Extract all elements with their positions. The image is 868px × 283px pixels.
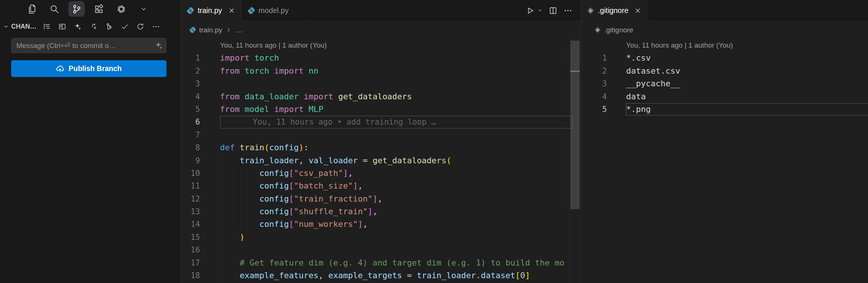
code-line-6[interactable]: 6You, 11 hours ago • add training loop … [181, 116, 580, 128]
run-icon[interactable] [526, 6, 534, 15]
blame-annotation[interactable]: You, 11 hours ago | 1 author (You) [181, 39, 580, 52]
activity-source-control[interactable] [68, 1, 85, 17]
line-number: 3 [181, 77, 200, 90]
commit-graph-icon[interactable] [105, 23, 113, 30]
line-number: 5 [181, 103, 200, 116]
breadcrumb-item[interactable]: .gitignore [604, 26, 633, 34]
activity-files[interactable] [24, 1, 40, 17]
sparkle-icon[interactable] [74, 23, 82, 30]
line-content: def train(config): [220, 141, 308, 154]
more-actions-icon[interactable] [152, 23, 160, 30]
refresh-icon[interactable] [136, 23, 144, 30]
line-content: # Get feature dim (e.g. 4) and target di… [220, 257, 564, 269]
line-number: 6 [181, 116, 200, 128]
line-content: from torch import nn [220, 65, 318, 77]
code-line-8[interactable]: 8def train(config): [181, 141, 580, 154]
line-content: config["csv_path"], [220, 167, 353, 180]
activity-search[interactable] [46, 1, 62, 17]
git-icon [587, 7, 595, 15]
commit-message-input[interactable] [11, 38, 166, 53]
code-editor[interactable]: You, 11 hours ago | 1 author (You) 1*.cs… [581, 39, 868, 116]
tab-bar: train.pymodel.py [181, 0, 580, 21]
line-content: data [626, 90, 646, 103]
blame-annotation[interactable]: You, 11 hours ago | 1 author (You) [581, 39, 868, 52]
code-line-3[interactable]: 3__pycache__ [581, 77, 868, 90]
python-icon [189, 26, 196, 33]
breadcrumb-item[interactable]: train.py [199, 26, 222, 34]
overview-ruler-marker [570, 71, 580, 72]
more-actions-icon[interactable] [564, 6, 572, 15]
line-number: 2 [181, 65, 200, 77]
close-icon[interactable] [228, 7, 235, 14]
commit-check-icon[interactable] [121, 23, 129, 30]
tab--gitignore[interactable]: .gitignore [581, 0, 648, 21]
code-line-1[interactable]: 1import torch [181, 52, 580, 64]
tab-model-py[interactable]: model.py [242, 0, 308, 21]
sparkle-icon[interactable] [155, 41, 163, 50]
code-line-4[interactable]: 4data [581, 90, 868, 103]
tabs: train.pymodel.py [181, 0, 308, 21]
close-icon[interactable] [634, 7, 641, 14]
code-line-17[interactable]: 17 # Get feature dim (e.g. 4) and target… [181, 257, 580, 269]
code-line-2[interactable]: 2from torch import nn [181, 65, 580, 77]
code-line-18[interactable]: 18 example_features, example_targets = t… [181, 269, 580, 282]
line-content: from data_loader import get_dataloaders [220, 90, 412, 103]
inline-blame: You, 11 hours ago • add training loop … [220, 118, 436, 126]
code-editor[interactable]: You, 11 hours ago | 1 author (You) 1impo… [181, 39, 580, 282]
tab-label: .gitignore [598, 6, 628, 15]
code-line-15[interactable]: 15 ) [181, 231, 580, 244]
stash-plus-icon[interactable] [90, 23, 97, 30]
tab-bar: .gitignore [581, 0, 868, 21]
activity-chevron-down[interactable] [135, 1, 152, 17]
line-content: train_loader, val_loader = get_dataloade… [220, 154, 451, 167]
editor-group-train-py: train.pymodel.py train.py… You, 11 hours… [181, 0, 581, 283]
tab-label: model.py [259, 6, 289, 15]
extensions-icon [94, 4, 104, 14]
code-line-4[interactable]: 4from data_loader import get_dataloaders [181, 90, 580, 103]
code-line-2[interactable]: 2dataset.csv [581, 65, 868, 77]
breadcrumb-item[interactable]: … [235, 26, 242, 34]
line-number: 1 [581, 52, 607, 64]
line-number: 18 [181, 269, 200, 282]
line-number: 7 [181, 129, 200, 141]
cloud-upload-icon [56, 64, 64, 73]
line-number: 10 [181, 167, 200, 180]
line-content: config["num_workers"], [220, 218, 367, 231]
run-dropdown-icon[interactable] [537, 8, 542, 13]
source-control-icon [72, 4, 82, 14]
line-content: *.png [626, 103, 651, 116]
files-icon [27, 4, 37, 14]
publish-branch-button[interactable]: Publish Branch [11, 60, 166, 77]
chevron-right-icon [225, 26, 232, 33]
indent-guide [222, 154, 222, 282]
line-number: 4 [181, 90, 200, 103]
code-line-3[interactable]: 3 [181, 77, 580, 90]
code-line-5[interactable]: 5*.png [581, 103, 868, 116]
editor-group-gitignore: .gitignore .gitignore You, 11 hours ago … [581, 0, 868, 283]
indent-guide [240, 167, 241, 231]
line-content: config["shuffle_train"], [220, 205, 378, 218]
code-line-9[interactable]: 9 train_loader, val_loader = get_dataloa… [181, 154, 580, 167]
line-content: dataset.csv [626, 65, 680, 77]
tab-train-py[interactable]: train.py [181, 0, 242, 21]
activity-extensions[interactable] [91, 1, 107, 17]
line-number: 15 [181, 231, 200, 244]
line-content: import torch [220, 52, 279, 64]
split-editor-icon[interactable] [549, 6, 557, 15]
chevron-down-icon[interactable] [3, 23, 9, 30]
breadcrumb: train.py… [181, 21, 580, 39]
line-content: config["batch_size"], [220, 180, 363, 192]
activity-openai[interactable] [113, 1, 129, 17]
code-line-1[interactable]: 1*.csv [581, 52, 868, 64]
code-line-5[interactable]: 5from model import MLP [181, 103, 580, 116]
scrollbar[interactable] [570, 41, 580, 209]
tab-label: train.py [198, 6, 222, 15]
code-line-16[interactable]: 16 [181, 244, 580, 256]
view-as-tree-icon[interactable] [43, 23, 51, 30]
source-control-header: CHAN… [0, 19, 180, 34]
commit-message-box [11, 38, 166, 53]
python-icon [187, 7, 194, 15]
open-changes-icon[interactable] [58, 23, 66, 30]
code-line-7[interactable]: 7 [181, 129, 580, 141]
line-number: 16 [181, 244, 200, 256]
